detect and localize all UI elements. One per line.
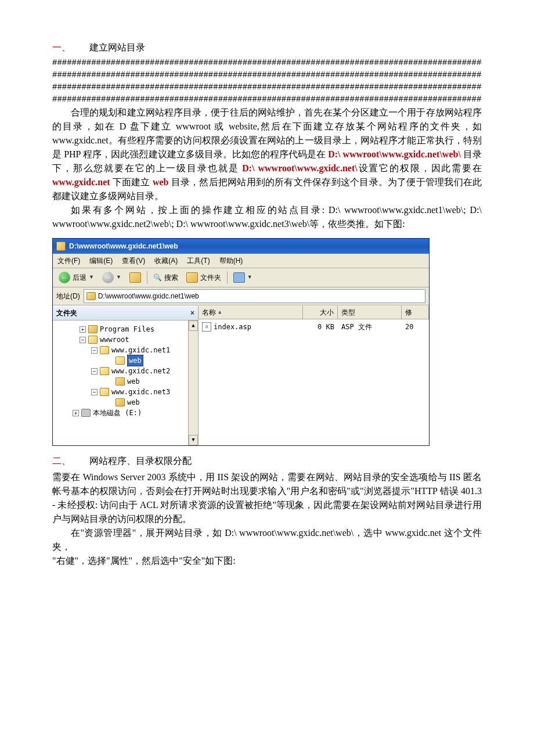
menu-edit[interactable]: 编辑(E) (89, 255, 113, 266)
file-modified: 20 (402, 321, 429, 333)
tree-item-label: wwwroot (100, 334, 129, 345)
toolbar-separator (147, 271, 147, 284)
folder-icon (88, 325, 98, 333)
tree-item-label: www.gxidc.net3 (111, 387, 170, 397)
folder-open-icon (100, 367, 109, 375)
folder-open-icon (100, 388, 109, 396)
collapse-icon[interactable]: − (91, 347, 98, 354)
search-button[interactable]: 🔍 搜索 (151, 271, 181, 284)
section1-title: 建立网站目录 (89, 42, 145, 52)
tree-item[interactable]: +Program Files (56, 324, 197, 334)
list-item[interactable]: aindex.asp0 KBASP 文件20 (199, 319, 429, 334)
scroll-up-icon[interactable]: ▲ (189, 321, 198, 331)
folders-button[interactable]: 文件夹 (184, 271, 223, 284)
section2-paragraph-3: "右健"，选择"属性"，然后选中"安全"如下图: (52, 554, 482, 568)
tree-item[interactable]: web (56, 397, 197, 408)
folder-tree-pane: 文件夹 × +Program Files−wwwroot−www.gxidc.n… (53, 306, 199, 445)
explorer-body: 文件夹 × +Program Files−wwwroot−www.gxidc.n… (53, 305, 429, 445)
back-icon: ← (59, 272, 70, 283)
folder-open-icon (116, 357, 125, 365)
col-size[interactable]: 大小 (303, 306, 338, 319)
tree-header: 文件夹 × (53, 306, 198, 321)
explorer-addressbar: 地址(D) D:\wwwroot\www.gxidc.net1\web (53, 287, 429, 305)
section1-heading: 一、 建立网站目录 (52, 41, 482, 55)
menu-file[interactable]: 文件(F) (57, 255, 80, 266)
folder-icon (116, 377, 125, 386)
forward-button[interactable]: → ▼ (100, 271, 124, 285)
tree-item-label: 本地磁盘 (E:) (93, 408, 142, 418)
path-red-4: web (153, 177, 169, 187)
section2-number: 二、 (52, 454, 87, 468)
collapse-icon[interactable]: − (80, 337, 86, 343)
explorer-menubar: 文件(F) 编辑(E) 查看(V) 收藏(A) 工具(T) 帮助(H) (53, 254, 429, 268)
tree-item[interactable]: web (56, 376, 197, 387)
tree-item-label: web (127, 397, 140, 408)
tree-item[interactable]: −www.gxidc.net1 (56, 345, 197, 355)
explorer-window: D:\wwwroot\www.gxidc.net1\web 文件(F) 编辑(E… (52, 238, 430, 446)
collapse-icon[interactable]: − (91, 389, 98, 395)
forward-icon: → (102, 272, 114, 283)
sort-asc-icon: ▲ (218, 308, 221, 316)
file-list[interactable]: aindex.asp0 KBASP 文件20 (199, 319, 429, 334)
folder-tree[interactable]: +Program Files−wwwroot−www.gxidc.net1web… (53, 321, 198, 445)
views-button[interactable]: ▼ (231, 271, 255, 284)
menu-tools[interactable]: 工具(T) (187, 255, 210, 266)
expand-icon[interactable]: + (80, 326, 86, 333)
section1-paragraph-2: 如果有多个网站，按上面的操作建立相应的站点目录: D:\ wwwroot\www… (52, 203, 482, 231)
address-label: 地址(D) (56, 291, 80, 301)
menu-help[interactable]: 帮助(H) (219, 255, 243, 266)
address-input[interactable]: D:\wwwroot\www.gxidc.net1\web (84, 289, 425, 303)
up-button[interactable] (127, 271, 143, 284)
toolbar-separator (227, 271, 228, 284)
col-modified[interactable]: 修 (402, 306, 429, 319)
chevron-down-icon: ▼ (116, 273, 121, 282)
folder-open-icon (88, 336, 98, 344)
col-type[interactable]: 类型 (338, 306, 402, 319)
explorer-titlebar: D:\wwwroot\www.gxidc.net1\web (53, 239, 429, 254)
folder-open-icon (100, 346, 109, 354)
views-icon (233, 272, 245, 283)
section2-heading: 二、 网站程序、目录权限分配 (52, 454, 482, 468)
path-red-2: D:\ wwwroot\www.gxidc.net\ (242, 163, 357, 173)
section1-paragraph-1: 合理的规划和建立网站程序目录，便于往后的网站维护，首先在某个分区建立一个用于存放… (52, 106, 482, 203)
tree-item[interactable]: −www.gxidc.net3 (56, 387, 197, 397)
section2-title: 网站程序、目录权限分配 (89, 456, 192, 466)
close-icon[interactable]: × (190, 308, 194, 318)
file-type: ASP 文件 (338, 321, 402, 333)
tree-item-label: www.gxidc.net2 (111, 366, 170, 376)
explorer-title: D:\wwwroot\www.gxidc.net1\web (69, 241, 178, 251)
scroll-down-icon[interactable]: ▼ (189, 435, 198, 445)
folder-icon (86, 292, 96, 300)
folder-icon (116, 398, 125, 406)
disk-icon (81, 409, 91, 417)
tree-item[interactable]: −www.gxidc.net2 (56, 366, 197, 376)
hash-divider: ########################################… (52, 93, 482, 106)
scrollbar[interactable]: ▲▼ (188, 321, 198, 445)
section2-paragraph-2: 在"资源管理器"，展开网站目录，如 D:\ wwwroot\www.gxidc.… (52, 526, 482, 554)
back-button[interactable]: ← 后退 ▼ (56, 271, 96, 285)
address-value: D:\wwwroot\www.gxidc.net1\web (98, 291, 199, 301)
up-folder-icon (129, 272, 141, 283)
path-red-1: D:\ wwwroot\www.gxidc.net\web\ (328, 149, 461, 159)
tree-item[interactable]: −wwwroot (56, 334, 197, 345)
tree-item-label: web (127, 376, 140, 387)
expand-icon[interactable]: + (73, 410, 79, 416)
collapse-icon[interactable]: − (91, 368, 98, 375)
section2-paragraph-1: 需要在 Windows Server 2003 系统中，用 IIS 架设的网站，… (52, 470, 482, 526)
explorer-toolbar: ← 后退 ▼ → ▼ 🔍 搜索 文件夹 ▼ (53, 268, 429, 287)
menu-fav[interactable]: 收藏(A) (154, 255, 178, 266)
folder-icon (56, 242, 66, 251)
file-list-pane: 名称 ▲ 大小 类型 修 aindex.asp0 KBASP 文件20 (199, 306, 429, 445)
chevron-down-icon: ▼ (89, 273, 94, 282)
col-name[interactable]: 名称 ▲ (199, 306, 303, 319)
tree-item-label: Program Files (100, 324, 154, 334)
path-red-3: www.gxidc.net (52, 177, 110, 187)
tree-item-label: www.gxidc.net1 (111, 345, 170, 355)
tree-item[interactable]: web (56, 355, 197, 366)
folders-icon (186, 272, 198, 283)
tree-item[interactable]: +本地磁盘 (E:) (56, 408, 197, 418)
file-size: 0 KB (303, 321, 338, 333)
section1-number: 一、 (52, 41, 87, 55)
chevron-down-icon: ▼ (247, 273, 252, 282)
menu-view[interactable]: 查看(V) (122, 255, 145, 266)
